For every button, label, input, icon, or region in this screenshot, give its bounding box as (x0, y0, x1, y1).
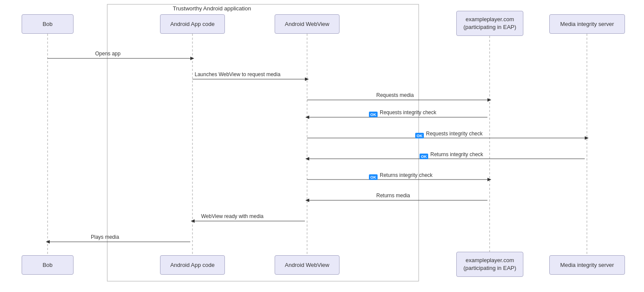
actor-bob-bottom: Bob (22, 255, 74, 275)
actor-media-integrity-top: Media integrity server (549, 14, 625, 34)
svg-marker-39 (191, 219, 195, 223)
svg-rect-27 (420, 154, 428, 159)
actor-media-integrity-bottom: Media integrity server (549, 255, 625, 275)
svg-text:Plays media: Plays media (91, 234, 119, 240)
svg-text:OK: OK (370, 112, 376, 117)
svg-text:OK: OK (421, 154, 427, 159)
svg-text:OK: OK (370, 175, 376, 180)
svg-text:Returns integrity check: Returns integrity check (380, 172, 433, 178)
svg-text:Returns media: Returns media (376, 193, 410, 199)
svg-marker-16 (305, 116, 309, 119)
svg-marker-13 (487, 98, 491, 102)
svg-marker-42 (46, 240, 50, 244)
actor-app-code-bottom: Android App code (160, 255, 225, 275)
svg-text:Requests integrity check: Requests integrity check (380, 109, 437, 116)
svg-text:Requests media: Requests media (376, 92, 414, 98)
svg-marker-36 (305, 199, 309, 202)
svg-rect-32 (369, 174, 378, 180)
actor-webview-bottom: Android WebView (275, 255, 340, 275)
actor-app-code-top: Android App code (160, 14, 225, 34)
actor-exampleplayer-bottom: exampleplayer.com(participating in EAP) (456, 252, 523, 277)
svg-marker-21 (585, 136, 589, 140)
actor-exampleplayer-top: exampleplayer.com(participating in EAP) (456, 11, 523, 36)
svg-marker-7 (190, 57, 194, 60)
svg-marker-31 (487, 178, 491, 181)
svg-text:WebView ready with media: WebView ready with media (201, 213, 264, 219)
svg-marker-26 (305, 157, 309, 160)
actor-webview-top: Android WebView (275, 14, 340, 34)
actor-bob-top: Bob (22, 14, 74, 34)
sequence-diagram: Trustworthy Android application Opens ap… (0, 0, 644, 292)
trustworthy-label: Trustworthy Android application (173, 5, 251, 12)
svg-rect-0 (107, 4, 419, 281)
svg-rect-22 (415, 133, 424, 138)
svg-text:Launches WebView to request me: Launches WebView to request media (195, 71, 281, 77)
svg-text:OK: OK (417, 134, 423, 138)
svg-text:Returns integrity check: Returns integrity check (430, 151, 484, 157)
svg-text:Requests integrity check: Requests integrity check (426, 131, 483, 137)
svg-text:Opens app: Opens app (95, 51, 121, 57)
diagram-svg: Trustworthy Android application Opens ap… (0, 0, 644, 292)
svg-rect-17 (369, 112, 378, 117)
svg-marker-10 (305, 77, 309, 81)
